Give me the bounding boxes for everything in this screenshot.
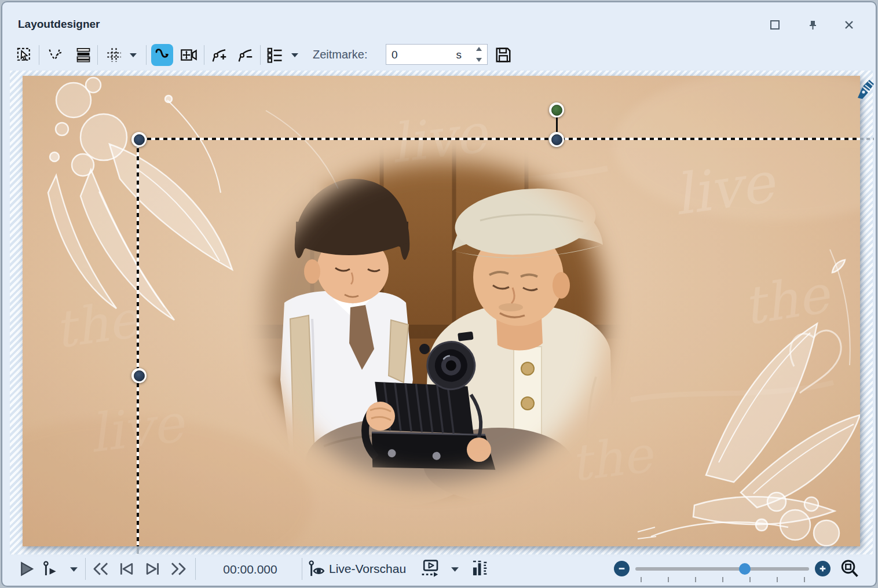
close-button[interactable] bbox=[839, 16, 859, 34]
grid-tool-button[interactable] bbox=[104, 45, 125, 65]
zoom-slider[interactable] bbox=[635, 567, 809, 571]
next-frame-button[interactable] bbox=[142, 558, 163, 579]
chevron-down-icon bbox=[129, 52, 137, 58]
list-tool-button[interactable] bbox=[264, 45, 285, 65]
grid-dropdown[interactable] bbox=[126, 45, 141, 65]
edit-pen-button[interactable] bbox=[855, 78, 876, 100]
chevron-down-icon bbox=[291, 52, 299, 58]
play-icon bbox=[18, 560, 35, 578]
toolbar-separator bbox=[204, 45, 204, 65]
selection-handle-corner[interactable] bbox=[131, 132, 147, 147]
layoutdesigner-window: Layoutdesigner bbox=[1, 1, 877, 587]
spinner-down-icon bbox=[475, 57, 482, 63]
motion-path-tool-button[interactable] bbox=[151, 44, 173, 66]
toolbar-separator bbox=[39, 45, 39, 65]
maximize-icon bbox=[770, 20, 780, 30]
zeitmarke-unit: s bbox=[456, 49, 462, 61]
zoom-tick bbox=[722, 577, 723, 582]
live-preview-label: Live-Vorschau bbox=[329, 562, 406, 576]
zoom-tick bbox=[695, 577, 696, 582]
selection-handle-left[interactable] bbox=[131, 368, 147, 383]
remove-point-tool-button[interactable] bbox=[235, 45, 256, 65]
toolbar-separator bbox=[97, 45, 98, 65]
pen-icon bbox=[855, 78, 876, 100]
minus-icon bbox=[617, 564, 626, 573]
selection-handle-top[interactable] bbox=[549, 132, 564, 147]
previous-frame-button[interactable] bbox=[116, 558, 137, 579]
external-preview-button[interactable] bbox=[420, 558, 441, 579]
zoom-tick bbox=[668, 577, 669, 582]
next-icon bbox=[144, 560, 162, 578]
selection-line-vertical-extension bbox=[137, 546, 139, 554]
spinner-up-icon bbox=[475, 46, 482, 52]
skip-back-icon bbox=[92, 560, 110, 578]
zoom-out-button[interactable] bbox=[614, 561, 630, 576]
curve-select-tool-button[interactable] bbox=[45, 45, 66, 65]
select-tool-button[interactable] bbox=[14, 45, 35, 65]
toolbar: Zeitmarke: 0 s bbox=[2, 38, 876, 71]
zoom-fit-button[interactable] bbox=[839, 558, 860, 579]
chevron-down-icon bbox=[69, 566, 78, 572]
close-icon bbox=[844, 20, 854, 30]
remove-point-icon bbox=[237, 46, 254, 64]
titlebar: Layoutdesigner bbox=[2, 2, 876, 37]
rotation-handle[interactable] bbox=[549, 102, 564, 117]
zoom-slider-thumb[interactable] bbox=[739, 563, 751, 575]
plus-icon bbox=[818, 564, 827, 573]
camera-pan-tool-button[interactable] bbox=[178, 45, 199, 65]
canvas-artwork: live live the the live the bbox=[23, 76, 860, 546]
save-button[interactable] bbox=[493, 45, 514, 65]
zeitmarke-input[interactable]: 0 s bbox=[386, 44, 488, 65]
play-from-marker-icon bbox=[42, 560, 60, 578]
transport-separator bbox=[302, 558, 302, 580]
transport-bar: 00:00.000 Live-Vorschau bbox=[10, 554, 868, 586]
layers-tool-button[interactable] bbox=[73, 45, 94, 65]
grid-icon bbox=[106, 47, 122, 63]
selection-line-horizontal bbox=[139, 138, 860, 140]
selection-handle-core bbox=[551, 134, 562, 145]
skip-forward-icon bbox=[169, 560, 188, 578]
zoom-fit-icon bbox=[840, 559, 859, 579]
list-dropdown[interactable] bbox=[287, 45, 302, 65]
selection-line-vertical bbox=[137, 140, 139, 546]
preview-options-dropdown[interactable] bbox=[447, 558, 462, 579]
motion-path-icon bbox=[153, 46, 171, 64]
live-preview-toggle[interactable] bbox=[307, 558, 328, 579]
zoom-tick bbox=[641, 577, 642, 582]
external-preview-icon bbox=[420, 559, 441, 579]
selection-line-horizontal-extension bbox=[860, 138, 874, 140]
time-display: 00:00.000 bbox=[211, 563, 289, 576]
zoom-tick bbox=[804, 577, 805, 582]
zeitmarke-label: Zeitmarke: bbox=[313, 48, 367, 61]
toolbar-separator bbox=[146, 45, 147, 65]
layers-icon bbox=[75, 47, 92, 63]
timeline-scale-button[interactable] bbox=[469, 558, 490, 579]
zoom-tick bbox=[749, 577, 751, 582]
pin-button[interactable] bbox=[803, 16, 822, 34]
select-tool-icon bbox=[16, 47, 32, 63]
add-point-tool-button[interactable] bbox=[209, 45, 230, 65]
timeline-scale-icon bbox=[470, 560, 489, 578]
zeitmarke-spinner[interactable] bbox=[474, 46, 484, 63]
list-icon bbox=[266, 46, 283, 64]
add-point-icon bbox=[211, 46, 228, 64]
transport-separator bbox=[195, 558, 196, 580]
play-options-dropdown[interactable] bbox=[66, 558, 81, 579]
zoom-tick bbox=[777, 577, 778, 582]
photo-father-son bbox=[202, 128, 636, 510]
previous-icon bbox=[117, 560, 136, 578]
play-button[interactable] bbox=[16, 558, 37, 579]
chevron-down-icon bbox=[451, 566, 459, 572]
skip-to-start-button[interactable] bbox=[90, 558, 111, 579]
svg-text:the: the bbox=[51, 289, 145, 360]
selection-handle-core bbox=[134, 370, 145, 381]
pin-icon bbox=[807, 19, 818, 31]
zoom-in-button[interactable] bbox=[815, 561, 831, 576]
maximize-button[interactable] bbox=[765, 16, 785, 34]
transport-separator bbox=[85, 558, 86, 580]
play-from-marker-button[interactable] bbox=[41, 558, 61, 579]
design-canvas[interactable]: live live the the live the bbox=[23, 76, 860, 546]
zeitmarke-value: 0 bbox=[392, 49, 398, 61]
live-preview-icon bbox=[308, 560, 327, 578]
skip-to-end-button[interactable] bbox=[168, 558, 189, 579]
